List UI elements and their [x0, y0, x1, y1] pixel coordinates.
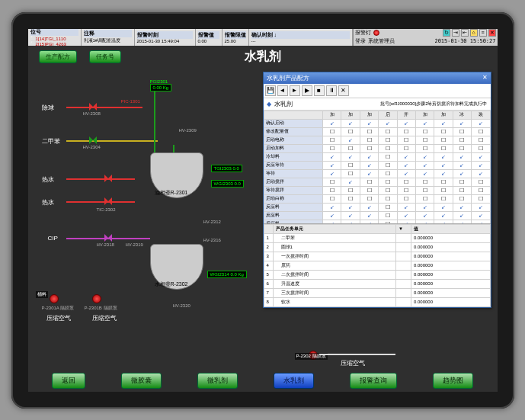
air-lbl-2: 压缩空气	[92, 314, 117, 322]
alarm-lim: 25.00	[225, 39, 246, 43]
readout-2: TGI2303 0.0	[211, 165, 242, 172]
home-icon[interactable]: ⌂	[470, 29, 478, 37]
vlbl-1: HV-2308	[83, 111, 101, 116]
valve-3[interactable]	[104, 175, 112, 182]
nav-wateremul[interactable]: 水乳剂	[274, 373, 314, 389]
alarm-lamp-label: 报警灯	[355, 29, 371, 37]
dialog-title: 水乳剂产品配方	[267, 74, 309, 82]
tb-pause-icon[interactable]: ⏸	[326, 85, 337, 96]
vlbl-4: TIC-2302	[97, 207, 116, 212]
vlbl-2: HV-2304	[83, 145, 101, 149]
close-icon[interactable]: ✕	[488, 29, 496, 37]
toolbar-icons: ↻ ⇥ ⇤ ⌂ ≡ ✕	[443, 29, 496, 37]
recipe-dialog: 水乳剂产品配方 ✕ 💾 ◄ ► ▶ ■ ⏸ ✕ ◆ 水乳剂 批号[wRJ0000…	[263, 72, 491, 308]
pipe-air	[319, 354, 395, 355]
dialog-toolbar: 💾 ◄ ► ▶ ■ ⏸ ✕	[264, 84, 491, 98]
dialog-header: ◆ 水乳剂 批号[wRJ000030]步骤2等剪切搅溶待加料完成执行中	[264, 98, 491, 111]
refresh-icon[interactable]: ↻	[443, 29, 450, 37]
feed-label-2: 二甲苯	[42, 137, 60, 146]
col-ack[interactable]: 确认时刻 ↓	[251, 31, 350, 39]
pipe-grn-v	[154, 91, 155, 152]
main-canvas: 水乳剂 生产配方 任务号 除球 二甲苯 热水 热水 CIP 油相釜R-2301 …	[28, 46, 498, 370]
footer-nav: 返回 微胶囊 微乳剂 水乳剂 报警查询 趋势图	[28, 370, 498, 392]
readout-1: 0.00 Kg	[150, 84, 172, 91]
nav-trend[interactable]: 趋势图	[433, 373, 473, 389]
col-time: 报警时刻	[137, 31, 193, 39]
person-in-icon[interactable]: ⇥	[452, 29, 459, 37]
vlbl-6: HV-2319	[126, 242, 143, 247]
alarm-time: 2015-01-30 15:49:04	[137, 39, 193, 43]
alarm-val: 0.00	[198, 39, 219, 43]
vlbl-9: HV-2320	[173, 303, 190, 308]
tb-stop-icon[interactable]: ■	[314, 85, 325, 96]
param-grid[interactable]: 产品任务单元▼值1二甲苯0.0000002圆球10.0000003一次搅拌时间0…	[264, 223, 491, 307]
feed-label-1: 除球	[42, 104, 54, 112]
air-lbl-3: 压缩空气	[341, 359, 365, 367]
col-val: 报警值	[198, 31, 219, 39]
person-out-icon[interactable]: ⇤	[461, 29, 469, 37]
alarm-table: 位号⬜1[14]TGI_1110⬜2[15]PGI_4263 注释乳液1#调配釜…	[28, 29, 353, 46]
pipe-red-3	[66, 201, 135, 203]
readout-4: WGI2314 0.0 Kg	[207, 271, 247, 278]
tb-play-icon[interactable]: ▶	[302, 85, 312, 96]
batch-status: 批号[wRJ000030]步骤2等剪切搅溶待加料完成执行中	[296, 101, 488, 107]
feed-label-3: 热水	[42, 175, 54, 184]
step-grid[interactable]: 加加加启开加加冰装确认启动↙↙↙↙↙↙↙↙↙修改配量值☐☐☐☐☐☐☐☐☐启动电称…	[264, 111, 491, 223]
dialog-close-icon[interactable]: ✕	[482, 74, 488, 82]
tb-fwd-icon[interactable]: ►	[290, 85, 300, 96]
screen: 位号⬜1[14]TGI_1110⬜2[15]PGI_4263 注释乳液1#调配釜…	[28, 29, 498, 392]
pipe-ylw	[66, 140, 158, 142]
col-tag: 位号	[30, 29, 78, 36]
alarm-lamp-icon	[373, 30, 379, 36]
nav-microcap[interactable]: 微胶囊	[121, 373, 162, 389]
alarm-row-1[interactable]: ⬜1[14]TGI_1110	[30, 36, 78, 41]
vlbl-7: HV-2312	[203, 220, 221, 224]
pump-tag: 桶料	[36, 291, 48, 298]
pipe-red	[66, 107, 142, 108]
page-title: 水乳剂	[245, 49, 281, 65]
valve-2[interactable]	[89, 136, 97, 144]
vlbl-8: HV-2316	[203, 238, 221, 242]
valve-5[interactable]	[104, 234, 112, 242]
pump-1[interactable]	[50, 294, 59, 303]
vlbl-5: HV-2318	[97, 242, 114, 247]
pump-lbl-1: P-2301A 隔膜泵	[42, 305, 75, 312]
tb-x-icon[interactable]: ✕	[338, 85, 349, 96]
clock: 2015-01-30 15:50:27	[434, 38, 495, 44]
alarm-comment: 乳液1#调配釜温度	[84, 37, 132, 44]
col-comment: 注释	[84, 30, 132, 37]
tb-back-icon[interactable]: ◄	[277, 85, 288, 96]
list-icon[interactable]: ≡	[479, 29, 487, 37]
nav-alarm[interactable]: 报警查询	[350, 373, 397, 389]
pump-2[interactable]	[92, 294, 101, 303]
pump-lbl-2: P-2301B 隔膜泵	[85, 305, 117, 312]
vlbl-11: PIC-1301	[121, 99, 140, 104]
tablet-frame: 位号⬜1[14]TGI_1110⬜2[15]PGI_4263 注释乳液1#调配釜…	[11, 12, 514, 409]
col-lim: 报警限值	[225, 31, 246, 39]
nav-microemul[interactable]: 微乳剂	[197, 373, 238, 389]
valve-1[interactable]	[89, 103, 97, 111]
readout-3: WGI2303 0.0	[211, 180, 244, 188]
cip-label: CIP	[48, 235, 58, 242]
pipe-red-2	[66, 178, 135, 180]
user-name: 系统管理员	[368, 37, 395, 45]
recipe-button[interactable]: 生产配方	[39, 50, 77, 63]
feed-label-4: 热水	[42, 198, 54, 207]
tank-water-label: 水相釜R-2302	[155, 281, 188, 288]
air-lbl-1: 压缩空气	[46, 314, 71, 322]
product-name: 水乳剂	[274, 100, 293, 108]
top-toolbar: 位号⬜1[14]TGI_1110⬜2[15]PGI_4263 注释乳液1#调配釜…	[28, 29, 498, 46]
tb-save-icon[interactable]: 💾	[265, 85, 276, 96]
tank-oil-label: 油相釜R-2301	[155, 189, 188, 197]
valve-4[interactable]	[104, 197, 112, 205]
dialog-titlebar[interactable]: 水乳剂产品配方 ✕	[264, 72, 491, 84]
pid-diagram: 除球 二甲苯 热水 热水 CIP 油相釜R-2301 水相釜R-2302 0.0…	[36, 69, 269, 363]
vlbl-3: HV-2309	[179, 128, 197, 133]
alarm-ack: ---	[251, 39, 350, 43]
task-button[interactable]: 任务号	[89, 50, 121, 63]
nav-back[interactable]: 返回	[52, 373, 85, 389]
pgi-label: PGI2301	[150, 79, 168, 84]
login-label: 登录	[355, 37, 366, 45]
